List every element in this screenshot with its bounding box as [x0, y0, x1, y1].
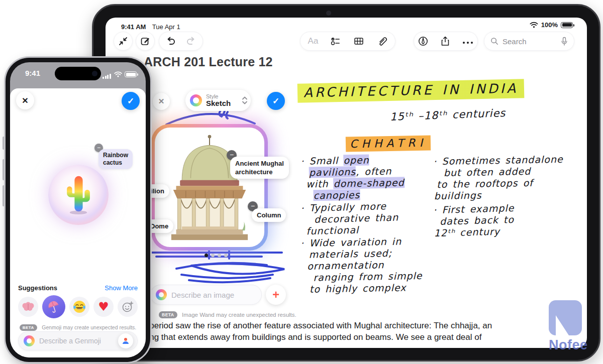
page-dot[interactable]	[224, 254, 228, 257]
front-camera-icon	[92, 71, 97, 76]
genmoji-confirm-button[interactable]: ✓	[122, 92, 140, 110]
hw-bullet-3: · Wide variation in materials used; orna…	[300, 235, 423, 295]
genmoji-sheet: ✕ ✓	[10, 88, 146, 357]
describe-image-placeholder: Describe an image	[171, 291, 257, 299]
wand-confirm-button[interactable]: ✓	[267, 92, 285, 110]
page-dot[interactable]	[211, 254, 215, 257]
suggestion-brain[interactable]	[18, 297, 38, 317]
hw-subheading: 15ᵗʰ –18ᵗʰ centuries	[390, 107, 506, 123]
genmoji-tag-line1: Rainbow	[103, 152, 128, 159]
genmoji-close-button[interactable]: ✕	[16, 91, 34, 109]
iphone-clock: 9:41	[25, 69, 40, 77]
chhatri-illustration	[157, 132, 262, 247]
genmoji-beta-note: BETA Genmoji may create unexpected resul…	[10, 322, 146, 331]
suggestion-umbrella[interactable]	[42, 295, 65, 318]
person-icon	[122, 337, 130, 345]
suggestions-label: Suggestions	[18, 284, 57, 292]
tag-subject-line2: architecture	[235, 168, 284, 176]
collapse-arrows-icon	[118, 36, 129, 47]
ipad-clock: 9:41 AM	[121, 23, 146, 31]
hw-heading: ARCHITECTURE IN INDIA	[297, 80, 525, 100]
markup-pen-icon[interactable]	[418, 36, 429, 47]
watermark: Nofee	[549, 300, 599, 353]
style-picker[interactable]: Style Sketch	[185, 90, 251, 111]
redo-icon[interactable]	[185, 36, 196, 47]
checklist-icon[interactable]	[330, 36, 341, 47]
text-format-button[interactable]: Aa	[308, 36, 319, 46]
suggestion-laughing[interactable]	[69, 297, 89, 317]
watermark-text: Nofee	[549, 337, 599, 353]
compose-icon	[140, 36, 151, 47]
markup-tools-group	[414, 32, 478, 51]
battery-icon	[561, 22, 573, 28]
umbrella-icon	[46, 299, 62, 315]
ipad-screen: 9:41 AM Tue Apr 1 100%	[106, 18, 587, 348]
page-dots[interactable]	[205, 254, 228, 257]
hw-section-title: CHHATRI	[346, 137, 431, 151]
iphone-bezel: 9:41 ✕	[6, 58, 150, 362]
tag-subject[interactable]: Ancient Mughal architecture	[230, 157, 289, 179]
note-body-line2: ning that extends away from buildings an…	[143, 331, 464, 343]
style-swirl-icon	[190, 94, 202, 106]
attachment-icon[interactable]	[376, 36, 387, 47]
search-icon	[490, 37, 498, 45]
wand-beta-note: BETA Image Wand may create unexpected re…	[159, 310, 296, 319]
collapse-note-button[interactable]	[114, 32, 133, 51]
beta-badge: BETA	[159, 311, 177, 318]
style-label: Style	[206, 93, 231, 99]
ipad-device: 9:41 AM Tue Apr 1 100%	[92, 4, 600, 361]
wifi-icon	[530, 22, 538, 28]
show-more-link[interactable]: Show More	[105, 284, 138, 292]
ipad-date: Tue Apr 1	[152, 23, 180, 31]
dynamic-island	[55, 67, 101, 80]
battery-icon	[125, 71, 137, 77]
page-dot[interactable]	[205, 254, 208, 257]
apple-intelligence-icon	[156, 289, 167, 300]
genmoji-tag-line2: cactus	[103, 159, 128, 167]
laughing-emoji-icon	[72, 300, 86, 314]
describe-genmoji-input[interactable]: Describe a Genmoji	[18, 331, 138, 350]
note-title: ARCH 201 Lecture 12	[144, 55, 273, 69]
style-value: Sketch	[206, 99, 231, 108]
note-body-line1: s period saw the rise of another feature…	[143, 320, 464, 331]
mic-icon[interactable]	[561, 37, 568, 46]
check-icon: ✓	[127, 96, 134, 106]
tag-column[interactable]: Column	[252, 208, 286, 222]
heart-icon: ♥	[98, 300, 109, 314]
note-body: s period saw the rise of another feature…	[143, 320, 464, 343]
describe-image-input[interactable]: Describe an image	[150, 285, 262, 305]
beta-note-text: Genmoji may create unexpected results.	[42, 324, 136, 330]
minus-icon: −	[97, 144, 100, 151]
watermark-logo	[549, 300, 582, 335]
iphone-status-right	[103, 70, 137, 79]
add-emoji-button[interactable]	[118, 297, 138, 317]
cellular-icon	[103, 70, 112, 79]
suggestions-row: ♥	[18, 295, 138, 318]
check-icon: ✓	[272, 96, 279, 106]
share-icon[interactable]	[440, 36, 451, 47]
iphone-device: 9:41 ✕	[4, 56, 152, 363]
undo-icon[interactable]	[165, 36, 176, 47]
action-button	[3, 137, 4, 150]
describe-genmoji-placeholder: Describe a Genmoji	[39, 337, 114, 345]
volume-down-button	[3, 185, 4, 206]
more-options-button[interactable]	[462, 37, 474, 46]
ipad-front-camera	[326, 11, 331, 16]
suggestion-heart[interactable]: ♥	[93, 297, 114, 317]
table-icon[interactable]	[353, 36, 364, 47]
beta-note-text: Image Wand may create unexpected results…	[182, 312, 296, 318]
add-image-button[interactable]: +	[266, 285, 286, 305]
ipad-status-right: 100%	[530, 21, 573, 29]
rainbow-cactus-genmoji	[63, 174, 94, 215]
search-placeholder: Search	[502, 37, 557, 46]
chevron-up-down-icon	[242, 96, 248, 105]
compose-button[interactable]	[136, 32, 155, 51]
hw-bullet-4: · Sometimes standalone but often added t…	[433, 154, 564, 202]
wand-close-button[interactable]: ✕	[153, 93, 170, 110]
genmoji-tag[interactable]: Rainbow cactus	[98, 149, 133, 169]
page-dot[interactable]	[218, 254, 221, 257]
genmoji-preview-bubble[interactable]	[48, 165, 109, 225]
plus-icon: +	[272, 288, 279, 302]
person-genmoji-button[interactable]	[118, 333, 133, 348]
search-field[interactable]: Search	[484, 32, 574, 51]
